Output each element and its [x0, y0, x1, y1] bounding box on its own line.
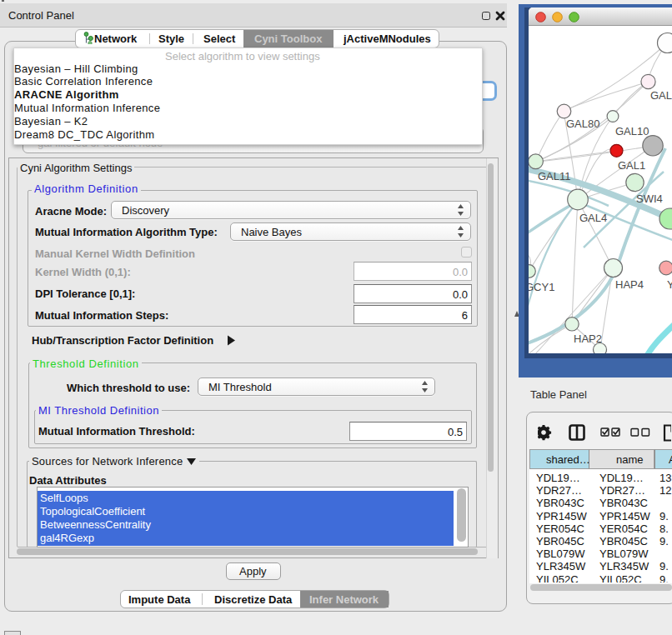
svg-text:GCY1: GCY1 — [529, 281, 554, 293]
svg-text:HAP2: HAP2 — [574, 332, 602, 345]
svg-text:HAP4: HAP4 — [615, 278, 644, 291]
svg-text:GAL10: GAL10 — [615, 125, 649, 138]
svg-text:Y: Y — [667, 278, 672, 291]
svg-text:GAL4: GAL4 — [579, 212, 607, 224]
svg-text:GAL7: GAL7 — [650, 89, 672, 102]
svg-text:GAL1: GAL1 — [618, 159, 645, 172]
svg-text:SWI4: SWI4 — [636, 192, 663, 205]
svg-text:GAL11: GAL11 — [538, 170, 571, 182]
svg-text:GAL80: GAL80 — [566, 118, 599, 130]
